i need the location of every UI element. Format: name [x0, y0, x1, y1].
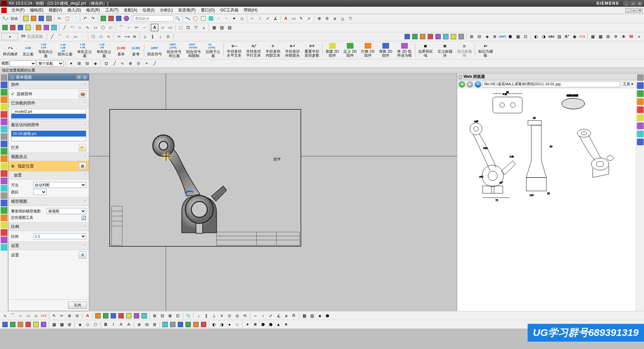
- specify-location-row[interactable]: ⊕ 指定位置 ⊞: [8, 161, 89, 171]
- modelview-select[interactable]: 俯视图: [47, 208, 86, 214]
- mdi-close[interactable]: ✕: [637, 8, 643, 13]
- nav-icon[interactable]: [1, 192, 7, 199]
- menu-gctoolbox[interactable]: GC工具箱: [218, 7, 241, 14]
- op-icon[interactable]: ⊡: [174, 312, 181, 319]
- misc-icon[interactable]: ⊡: [522, 33, 529, 40]
- constraint-icon[interactable]: ◎: [233, 312, 241, 319]
- misc-icon[interactable]: ⬢: [259, 321, 267, 328]
- extend-icon[interactable]: →: [141, 24, 148, 31]
- constraint-icon[interactable]: ∥: [203, 312, 210, 319]
- misc-icon[interactable]: ◈: [483, 33, 491, 40]
- paste-icon[interactable]: 📄: [71, 15, 78, 22]
- print-icon[interactable]: [45, 15, 53, 22]
- menu-analyze[interactable]: 分析(L): [157, 7, 176, 14]
- dim-icon[interactable]: ↔: [249, 15, 256, 22]
- snap-icon[interactable]: ╱: [151, 60, 158, 67]
- edit-icon[interactable]: ⊕: [66, 312, 73, 319]
- nav-icon[interactable]: [1, 74, 7, 81]
- view-icon[interactable]: [9, 321, 16, 328]
- sketch-icon[interactable]: [184, 15, 192, 22]
- circle-tool-icon[interactable]: ○: [64, 33, 71, 40]
- settings-icon[interactable]: A: [79, 251, 86, 259]
- cmd-no-tol[interactable]: 1.00无公差: [20, 42, 36, 58]
- finish-icon[interactable]: 🏁 完成草图: [18, 33, 45, 40]
- op-icon[interactable]: ⊟: [159, 312, 166, 319]
- annot-icon[interactable]: ✎: [298, 15, 305, 22]
- nav-icon[interactable]: [1, 155, 7, 162]
- view-icon[interactable]: [458, 33, 465, 40]
- layer-icon[interactable]: ⊟: [143, 321, 151, 328]
- misc-icon[interactable]: ◑: [540, 33, 547, 40]
- copy-icon[interactable]: 📋: [63, 15, 71, 22]
- nav-icon[interactable]: [1, 170, 7, 177]
- grid-icon[interactable]: ▦: [50, 321, 58, 328]
- expand-icon[interactable]: »: [635, 33, 643, 40]
- cmd-rad-p[interactable]: ⊘╱半径直径 平行文本: [244, 42, 263, 58]
- nav-icon[interactable]: [1, 118, 7, 125]
- edit-icon[interactable]: ⊖: [73, 312, 81, 319]
- menu-insert[interactable]: 插入(S): [65, 7, 84, 14]
- annot-icon[interactable]: ▱: [159, 24, 166, 31]
- annot-icon[interactable]: ▭: [290, 15, 297, 22]
- section-recent[interactable]: 最近访问的部件⌃: [8, 121, 89, 129]
- track-select[interactable]: [33, 189, 47, 195]
- sketch-icon[interactable]: ⟍: [223, 15, 230, 22]
- cmd-rep2d[interactable]: 替换 2D 组件: [377, 42, 394, 58]
- tool-icon[interactable]: [1, 24, 9, 31]
- tool-icon[interactable]: [123, 15, 130, 22]
- resource-icon[interactable]: [637, 74, 644, 81]
- edit-icon[interactable]: ✎: [50, 312, 58, 319]
- nav-icon[interactable]: [1, 141, 7, 147]
- menu-assembly[interactable]: 装配(A): [121, 7, 140, 14]
- misc-icon[interactable]: ▤: [555, 33, 563, 40]
- view-select[interactable]: [9, 60, 36, 66]
- tool-icon[interactable]: [115, 15, 122, 22]
- nav-icon[interactable]: [1, 82, 7, 88]
- dialog-pin-icon[interactable]: ⟲: [76, 75, 82, 80]
- sketch-icon[interactable]: ◇: [238, 15, 246, 22]
- menu-info[interactable]: 信息(I): [140, 7, 157, 14]
- snap-icon[interactable]: ╱: [111, 60, 118, 67]
- layer-icon[interactable]: ≣: [136, 321, 143, 328]
- nav-icon[interactable]: [1, 207, 7, 214]
- dialog-titlebar[interactable]: 基本视图 ⟲ ✕: [8, 74, 89, 81]
- constraint-icon[interactable]: ⟂: [157, 33, 164, 40]
- cmd-fit-lim[interactable]: 10H7 10.015拟合符号 和限制: [184, 42, 203, 58]
- cmd-rad-h[interactable]: ⊘—半径直径 水平文本: [224, 42, 244, 58]
- constraint-icon[interactable]: ≡: [218, 312, 225, 319]
- forward-icon[interactable]: ►: [467, 81, 473, 88]
- assembly-select[interactable]: 整个装配: [37, 60, 64, 66]
- drawing-canvas[interactable]: 技术: [89, 73, 457, 311]
- point-tool-icon[interactable]: ·: [79, 33, 87, 40]
- feat-icon[interactable]: [133, 312, 140, 319]
- arc-tool-icon[interactable]: ⌒: [56, 33, 63, 40]
- cmd-rad-reset[interactable]: ⊘↺重置半径 直径参数: [302, 42, 322, 58]
- cmd-tol-only[interactable]: 10 (.015)仅限于公 差: [203, 42, 223, 58]
- text-icon[interactable]: A: [282, 15, 289, 22]
- misc-icon[interactable]: ⊞: [604, 33, 612, 40]
- constraint-icon[interactable]: ⊥: [141, 33, 149, 40]
- cmd-exp2d[interactable]: 打散 2D 组件: [359, 42, 377, 58]
- cmd-neg-tol[interactable]: 1.00 -.05单向负公 差: [94, 42, 114, 58]
- filter-icon[interactable]: ▾: [67, 60, 75, 67]
- orient-tool-icon[interactable]: 🔄: [81, 215, 86, 220]
- search-icon[interactable]: 🔍: [174, 15, 181, 22]
- asm-icon[interactable]: [177, 321, 184, 328]
- misc-icon[interactable]: ▨: [308, 312, 316, 319]
- dim-icon[interactable]: ⌀: [282, 312, 290, 319]
- constraint-icon[interactable]: ⊥: [210, 312, 218, 319]
- rect-icon[interactable]: ▭: [92, 24, 99, 31]
- nav-icon[interactable]: [1, 214, 7, 221]
- filter-icon[interactable]: ◈: [92, 60, 99, 67]
- sketch-icon[interactable]: [192, 15, 199, 22]
- bold-icon[interactable]: B: [102, 321, 109, 328]
- close-button[interactable]: ✕: [637, 1, 643, 6]
- filter-icon[interactable]: ⊞: [75, 60, 83, 67]
- feat-icon[interactable]: [102, 312, 109, 319]
- section-loaded[interactable]: 已加载的部件⌃: [8, 99, 89, 107]
- mdi-restore[interactable]: ▭: [631, 8, 637, 13]
- nav-icon[interactable]: [1, 244, 7, 251]
- feat-icon[interactable]: [117, 312, 125, 319]
- render-icon[interactable]: ◑: [218, 321, 225, 328]
- nav-icon[interactable]: [1, 163, 7, 169]
